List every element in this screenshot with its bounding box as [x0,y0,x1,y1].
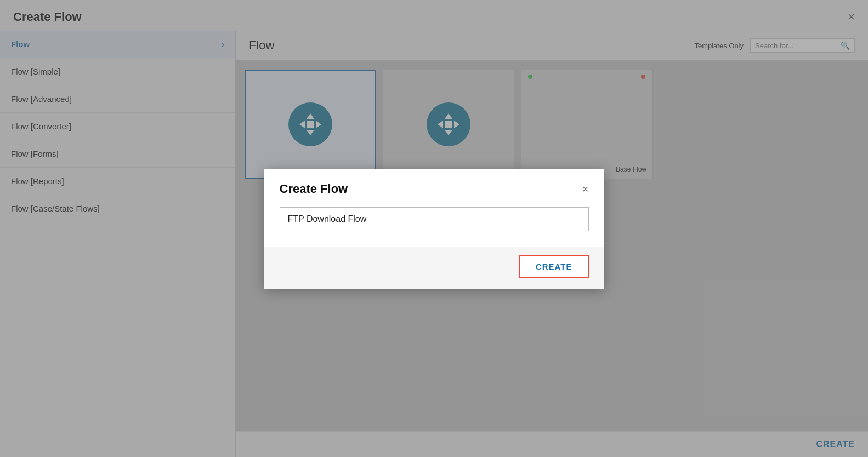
modal-create-button[interactable]: CREATE [519,255,589,278]
modal-overlay: Create Flow × CREATE [0,0,868,457]
create-flow-modal: Create Flow × CREATE [264,169,604,289]
modal-footer: CREATE [264,247,604,289]
modal-title: Create Flow [280,182,348,196]
modal-header: Create Flow × [264,169,604,205]
flow-name-input[interactable] [280,207,589,231]
modal-close-button[interactable]: × [582,184,589,195]
modal-body [264,205,604,247]
